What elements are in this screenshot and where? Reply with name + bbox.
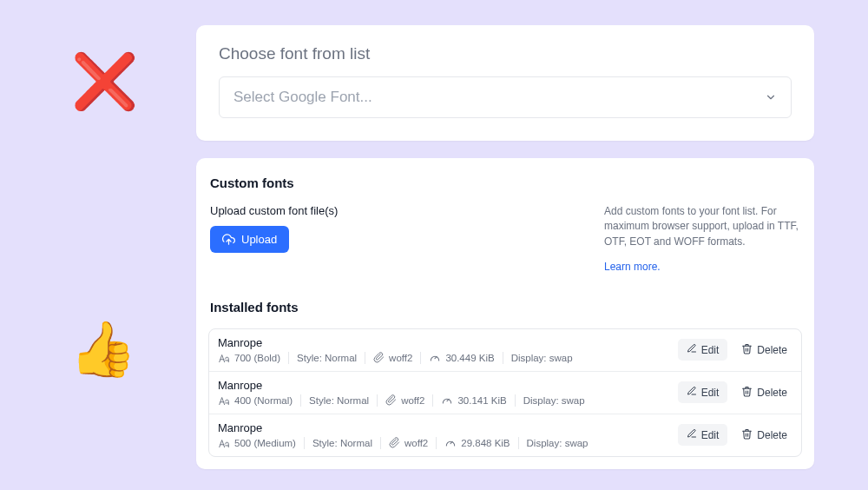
gauge-icon [441, 394, 453, 407]
font-display: Display: swap [523, 395, 585, 406]
edit-button[interactable]: Edit [678, 424, 728, 446]
font-name: Manrope [218, 379, 585, 392]
font-meta: 700 (Bold) Style: Normal woff2 30.449 Ki… [218, 352, 573, 364]
font-meta: 400 (Normal) Style: Normal woff2 30.141 … [218, 394, 585, 407]
font-name: Manrope [218, 336, 573, 349]
trash-icon [741, 428, 753, 442]
paperclip-icon [373, 352, 385, 363]
delete-label: Delete [757, 429, 787, 441]
font-format: woff2 [389, 353, 412, 363]
pencil-icon [687, 428, 697, 441]
edit-label: Edit [701, 387, 720, 399]
font-display: Display: swap [527, 438, 589, 448]
type-icon [218, 394, 230, 407]
edit-label: Edit [701, 429, 720, 441]
gauge-icon [429, 352, 441, 364]
upload-button[interactable]: Upload [210, 226, 289, 253]
pencil-icon [687, 386, 697, 399]
font-row: Manrope 500 (Medium) Style: Normal woff2… [209, 414, 801, 456]
font-weight: 400 (Normal) [234, 395, 293, 406]
edit-button[interactable]: Edit [678, 381, 728, 403]
installed-fonts-title: Installed fonts [208, 300, 802, 315]
font-size: 30.449 KiB [445, 353, 494, 363]
cross-mark-icon: ❌ [71, 50, 138, 113]
trash-icon [741, 343, 753, 357]
google-font-select[interactable]: Select Google Font... [219, 76, 792, 118]
delete-button[interactable]: Delete [740, 424, 789, 447]
font-weight: 500 (Medium) [234, 438, 296, 448]
choose-font-card: Choose font from list Select Google Font… [196, 25, 814, 141]
chevron-down-icon [765, 91, 777, 103]
learn-more-link[interactable]: Learn more. [604, 260, 661, 275]
font-weight: 700 (Bold) [234, 353, 280, 363]
select-placeholder: Select Google Font... [233, 89, 372, 106]
upload-button-label: Upload [241, 233, 277, 246]
font-row: Manrope 400 (Normal) Style: Normal woff2… [209, 372, 801, 414]
edit-button[interactable]: Edit [678, 339, 728, 361]
font-meta: 500 (Medium) Style: Normal woff2 29.848 … [218, 437, 588, 449]
custom-fonts-card: Custom fonts Upload custom font file(s) … [196, 158, 814, 469]
thumbs-up-icon: 👍 [69, 317, 136, 381]
paperclip-icon [385, 394, 397, 406]
delete-button[interactable]: Delete [740, 381, 789, 404]
choose-font-title: Choose font from list [219, 44, 792, 63]
edit-label: Edit [701, 344, 720, 356]
font-format: woff2 [401, 395, 424, 406]
upload-label: Upload custom font file(s) [210, 204, 338, 217]
upload-help-text: Add custom fonts to your font list. For … [604, 204, 802, 249]
pencil-icon [687, 343, 697, 356]
custom-fonts-title: Custom fonts [208, 175, 802, 190]
upload-row: Upload custom font file(s) Upload Add cu… [208, 204, 802, 275]
font-display: Display: swap [511, 353, 573, 363]
font-name: Manrope [218, 421, 588, 434]
delete-button[interactable]: Delete [740, 339, 789, 361]
font-format: woff2 [404, 438, 428, 448]
gauge-icon [444, 437, 457, 449]
delete-label: Delete [757, 387, 787, 399]
font-size: 30.141 KiB [457, 395, 506, 406]
paperclip-icon [389, 437, 400, 448]
font-style: Style: Normal [312, 438, 372, 448]
type-icon [218, 352, 230, 364]
font-size: 29.848 KiB [461, 438, 510, 448]
upload-cloud-icon [222, 233, 235, 246]
font-row: Manrope 700 (Bold) Style: Normal woff2 3… [209, 329, 801, 372]
installed-font-list: Manrope 700 (Bold) Style: Normal woff2 3… [208, 328, 802, 457]
trash-icon [741, 386, 753, 400]
font-style: Style: Normal [309, 395, 369, 406]
delete-label: Delete [757, 344, 787, 356]
type-icon [218, 437, 230, 449]
font-style: Style: Normal [297, 353, 357, 363]
